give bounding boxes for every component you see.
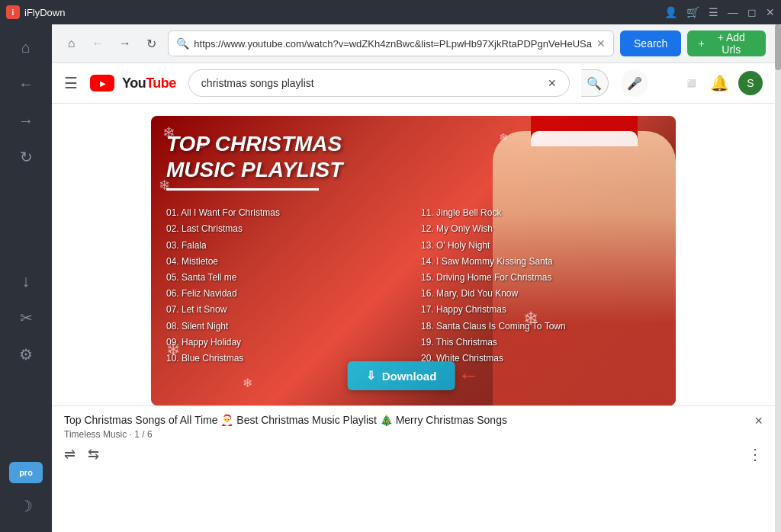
home-button[interactable]: ⌂ — [61, 33, 82, 54]
url-clear-icon[interactable]: ✕ — [596, 37, 606, 50]
menu-icon[interactable]: ☰ — [709, 6, 718, 18]
song-right-4: 14. I Saw Mommy Kissing Santa — [421, 255, 660, 269]
yt-content: ❄ ❄ ❄ ❄ ❄ ❄ ❄ TOP CHRISTMAS MUSIC PLAYLI… — [52, 104, 775, 532]
titlebar: i iFlyDown 👤 🛒 ☰ — ◻ ✕ — [0, 0, 781, 24]
song-left-8: 08. Silent Night — [166, 319, 406, 334]
yt-header: ☰ YouTube christmas songs playlist ✕ 🔍 🎤… — [52, 63, 775, 104]
titlebar-controls: 👤 🛒 ☰ — ◻ ✕ — [664, 6, 775, 18]
download-button[interactable]: ⇩ Download — [348, 361, 455, 390]
song-left-2: 02. Last Christmas — [166, 222, 406, 236]
browser-area: ⌂ ← → ↻ 🔍 https://www.youtube.com/watch?… — [52, 24, 775, 532]
yt-create-icon[interactable]: ◽ — [682, 74, 701, 92]
song-right-6: 16. Mary, Did You Know — [421, 287, 660, 301]
shuffle-icon[interactable]: ⇆ — [88, 446, 99, 463]
sidebar-forward-icon[interactable]: → — [9, 104, 43, 137]
download-overlay: ⇩ Download ← — [348, 361, 480, 390]
thumbnail-title-line2: MUSIC PLAYLIST — [166, 157, 660, 183]
song-right-2: 12. My Only Wish — [421, 222, 660, 236]
bottom-info-subtitle: Timeless Music · 1 / 6 — [64, 429, 763, 440]
sidebar: ⌂ ← → ↻ ↓ ✂ ⚙ pro ☽ — [0, 24, 52, 532]
song-left-6: 06. Feliz Navidad — [166, 287, 406, 301]
user-icon[interactable]: 👤 — [664, 6, 677, 18]
youtube-page: ☰ YouTube christmas songs playlist ✕ 🔍 🎤… — [52, 63, 775, 532]
sidebar-back-icon[interactable]: ← — [9, 67, 43, 101]
video-thumbnail-container: ❄ ❄ ❄ ❄ ❄ ❄ ❄ TOP CHRISTMAS MUSIC PLAYLI… — [139, 104, 688, 405]
song-left-7: 07. Let it Snow — [166, 303, 406, 317]
url-text[interactable]: https://www.youtube.com/watch?v=wdZKh4zn… — [194, 38, 592, 50]
more-options-icon[interactable]: ⋮ — [747, 445, 763, 463]
pro-badge[interactable]: pro — [9, 462, 43, 483]
cart-icon[interactable]: 🛒 — [686, 6, 699, 18]
yt-bell-icon[interactable]: 🔔 — [710, 74, 729, 92]
yt-logo-icon — [90, 75, 114, 91]
song-right-3: 13. O' Holy Night — [421, 239, 660, 253]
maximize-icon[interactable]: ◻ — [747, 6, 757, 18]
scrollbar[interactable] — [775, 24, 781, 532]
song-right-8: 18. Santa Claus Is Coming To Town — [421, 319, 660, 334]
back-button[interactable]: ← — [88, 33, 108, 54]
sidebar-moon-icon[interactable]: ☽ — [9, 489, 43, 523]
bottom-title-text: Top Christmas Songs of All Time 🎅 Best C… — [64, 414, 507, 426]
yt-header-right: ◽ 🔔 S — [682, 71, 763, 95]
snowflake-5: ❄ — [243, 376, 252, 390]
thumbnail-songs: 01. All I Want For Christmas11. Jingle B… — [166, 206, 660, 366]
song-left-1: 01. All I Want For Christmas — [166, 206, 406, 220]
bottom-info-wrapper: Top Christmas Songs of All Time 🎅 Best C… — [52, 405, 775, 469]
thumbnail-text-area: TOP CHRISTMAS MUSIC PLAYLIST 01. All I W… — [166, 131, 660, 366]
bottom-controls: ⇌ ⇆ ⋮ — [64, 446, 763, 463]
minimize-icon[interactable]: — — [728, 6, 738, 18]
search-button[interactable]: Search — [620, 30, 681, 56]
url-box: 🔍 https://www.youtube.com/watch?v=wdZKh4… — [168, 30, 614, 56]
song-left-3: 03. Falala — [166, 239, 406, 253]
bottom-info: Top Christmas Songs of All Time 🎅 Best C… — [52, 405, 775, 469]
song-right-7: 17. Happy Christmas — [421, 303, 660, 317]
bottom-info-title: Top Christmas Songs of All Time 🎅 Best C… — [64, 414, 763, 426]
sidebar-refresh-icon[interactable]: ↻ — [9, 140, 43, 174]
refresh-button[interactable]: ↻ — [141, 33, 162, 54]
song-right-1: 11. Jingle Bell Rock — [421, 206, 660, 220]
scrollbar-thumb — [775, 24, 781, 70]
arrow-indicator: ← — [458, 364, 479, 388]
sidebar-home-icon[interactable]: ⌂ — [9, 30, 43, 64]
yt-search-clear-icon[interactable]: ✕ — [548, 77, 557, 89]
download-label: Download — [382, 370, 437, 383]
thumbnail-title: TOP CHRISTMAS MUSIC PLAYLIST — [166, 131, 660, 182]
yt-search-text: christmas songs playlist — [201, 77, 542, 89]
add-urls-button[interactable]: + + Add Urls — [687, 30, 766, 56]
app-title: iFlyDown — [24, 7, 65, 18]
download-icon: ⇩ — [366, 369, 376, 383]
yt-logo[interactable]: YouTube — [90, 75, 176, 91]
plus-icon: + — [698, 37, 704, 50]
song-left-4: 04. Mistletoe — [166, 255, 406, 269]
yt-logo-text: YouTube — [122, 75, 176, 91]
yt-avatar[interactable]: S — [738, 71, 763, 95]
yt-menu-icon[interactable]: ☰ — [64, 74, 78, 92]
sidebar-cut-icon[interactable]: ✂ — [9, 301, 43, 335]
titlebar-left: i iFlyDown — [6, 5, 65, 19]
song-left-5: 05. Santa Tell me — [166, 271, 406, 285]
address-bar: ⌂ ← → ↻ 🔍 https://www.youtube.com/watch?… — [52, 24, 775, 63]
yt-search-box[interactable]: christmas songs playlist ✕ — [188, 69, 570, 97]
search-icon-small: 🔍 — [176, 37, 189, 50]
app-logo-icon: i — [6, 5, 20, 19]
thumbnail-divider — [166, 188, 319, 191]
song-right-5: 15. Driving Home For Christmas — [421, 271, 660, 285]
close-icon[interactable]: ✕ — [766, 6, 775, 18]
bottom-close-button[interactable]: × — [754, 413, 763, 429]
main-layout: ⌂ ← → ↻ ↓ ✂ ⚙ pro ☽ ⌂ ← → ↻ 🔍 https://ww… — [0, 24, 781, 532]
song-right-9: 19. This Christmas — [421, 335, 660, 350]
yt-search-icon-btn[interactable]: 🔍 — [581, 69, 609, 97]
add-urls-label: + Add Urls — [708, 31, 755, 56]
sidebar-settings-icon[interactable]: ⚙ — [9, 338, 43, 371]
song-left-9: 09. Happy Holiday — [166, 335, 406, 350]
thumbnail-title-line1: TOP CHRISTMAS — [166, 131, 660, 157]
repeat-icon[interactable]: ⇌ — [64, 446, 76, 463]
forward-button[interactable]: → — [114, 33, 135, 54]
yt-mic-icon[interactable]: 🎤 — [621, 69, 648, 97]
sidebar-download-icon[interactable]: ↓ — [9, 264, 43, 298]
